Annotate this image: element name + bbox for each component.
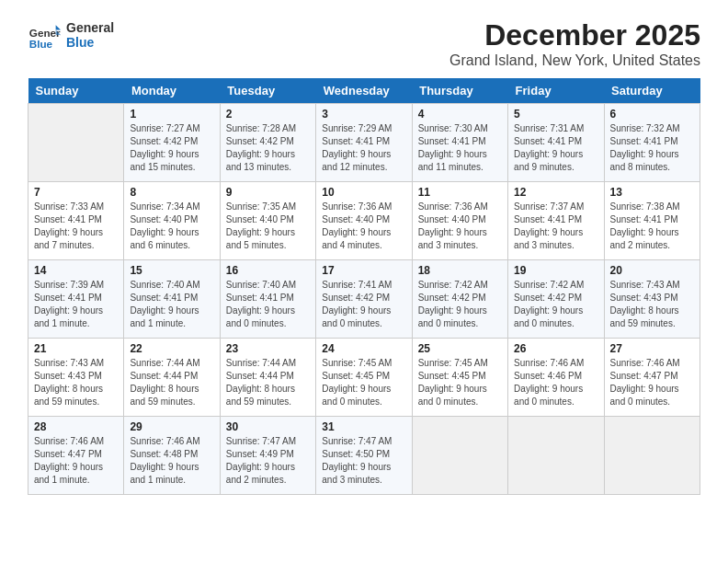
col-monday: Monday [124, 78, 220, 104]
day-info: Sunrise: 7:39 AMSunset: 4:41 PMDaylight:… [34, 280, 104, 328]
table-row: 9 Sunrise: 7:35 AMSunset: 4:40 PMDayligh… [220, 182, 315, 260]
calendar-week-row: 14 Sunrise: 7:39 AMSunset: 4:41 PMDaylig… [28, 260, 700, 339]
day-number: 17 [322, 264, 405, 277]
day-info: Sunrise: 7:47 AMSunset: 4:49 PMDaylight:… [226, 436, 296, 485]
table-row: 15 Sunrise: 7:40 AMSunset: 4:41 PMDaylig… [124, 260, 220, 339]
day-info: Sunrise: 7:42 AMSunset: 4:42 PMDaylight:… [514, 280, 584, 328]
day-number: 12 [514, 186, 597, 199]
day-number: 7 [34, 186, 118, 199]
table-row: 31 Sunrise: 7:47 AMSunset: 4:50 PMDaylig… [316, 417, 412, 495]
table-row: 5 Sunrise: 7:31 AMSunset: 4:41 PMDayligh… [508, 104, 604, 182]
svg-text:Blue: Blue [29, 38, 53, 50]
col-thursday: Thursday [412, 78, 507, 104]
day-number: 26 [514, 342, 597, 355]
calendar-week-row: 7 Sunrise: 7:33 AMSunset: 4:41 PMDayligh… [28, 182, 700, 260]
day-info: Sunrise: 7:36 AMSunset: 4:40 PMDaylight:… [322, 201, 392, 250]
day-number: 21 [34, 342, 118, 355]
calendar-week-row: 1 Sunrise: 7:27 AMSunset: 4:42 PMDayligh… [28, 104, 700, 182]
table-row: 13 Sunrise: 7:38 AMSunset: 4:41 PMDaylig… [604, 182, 700, 260]
day-info: Sunrise: 7:41 AMSunset: 4:42 PMDaylight:… [322, 280, 392, 328]
day-info: Sunrise: 7:46 AMSunset: 4:48 PMDaylight:… [130, 436, 199, 485]
day-info: Sunrise: 7:46 AMSunset: 4:46 PMDaylight:… [514, 358, 584, 407]
table-row: 23 Sunrise: 7:44 AMSunset: 4:44 PMDaylig… [220, 339, 315, 417]
day-info: Sunrise: 7:36 AMSunset: 4:40 PMDaylight:… [418, 201, 488, 250]
table-row: 28 Sunrise: 7:46 AMSunset: 4:47 PMDaylig… [28, 417, 124, 495]
day-number: 9 [226, 186, 310, 199]
table-row: 25 Sunrise: 7:45 AMSunset: 4:45 PMDaylig… [412, 339, 507, 417]
day-info: Sunrise: 7:40 AMSunset: 4:41 PMDaylight:… [226, 280, 296, 328]
table-row: 10 Sunrise: 7:36 AMSunset: 4:40 PMDaylig… [316, 182, 412, 260]
col-friday: Friday [508, 78, 604, 104]
day-info: Sunrise: 7:43 AMSunset: 4:43 PMDaylight:… [34, 358, 104, 407]
day-info: Sunrise: 7:31 AMSunset: 4:41 PMDaylight:… [514, 123, 584, 172]
day-info: Sunrise: 7:30 AMSunset: 4:41 PMDaylight:… [418, 123, 488, 172]
day-info: Sunrise: 7:37 AMSunset: 4:41 PMDaylight:… [514, 201, 584, 250]
table-row [604, 417, 700, 495]
day-info: Sunrise: 7:44 AMSunset: 4:44 PMDaylight:… [130, 358, 199, 407]
day-number: 27 [610, 342, 694, 355]
table-row: 11 Sunrise: 7:36 AMSunset: 4:40 PMDaylig… [412, 182, 507, 260]
page-header: General Blue General Blue December 2025 … [28, 18, 700, 69]
table-row: 27 Sunrise: 7:46 AMSunset: 4:47 PMDaylig… [604, 339, 700, 417]
day-info: Sunrise: 7:46 AMSunset: 4:47 PMDaylight:… [34, 436, 104, 485]
table-row: 12 Sunrise: 7:37 AMSunset: 4:41 PMDaylig… [508, 182, 604, 260]
col-tuesday: Tuesday [220, 78, 315, 104]
day-number: 5 [514, 108, 597, 121]
day-number: 2 [226, 108, 310, 121]
day-number: 19 [514, 264, 597, 277]
table-row: 30 Sunrise: 7:47 AMSunset: 4:49 PMDaylig… [220, 417, 315, 495]
day-number: 8 [130, 186, 213, 199]
table-row [508, 417, 604, 495]
calendar-table: Sunday Monday Tuesday Wednesday Thursday… [28, 78, 700, 495]
day-info: Sunrise: 7:34 AMSunset: 4:40 PMDaylight:… [130, 201, 199, 250]
day-number: 15 [130, 264, 213, 277]
day-number: 29 [130, 420, 213, 433]
logo-general-text: General [66, 20, 114, 35]
day-number: 6 [610, 108, 694, 121]
day-info: Sunrise: 7:43 AMSunset: 4:43 PMDaylight:… [610, 280, 680, 328]
day-number: 24 [322, 342, 405, 355]
table-row: 20 Sunrise: 7:43 AMSunset: 4:43 PMDaylig… [604, 260, 700, 339]
logo-blue-text: Blue [66, 35, 114, 50]
day-number: 11 [418, 186, 502, 199]
table-row: 19 Sunrise: 7:42 AMSunset: 4:42 PMDaylig… [508, 260, 604, 339]
day-info: Sunrise: 7:42 AMSunset: 4:42 PMDaylight:… [418, 280, 488, 328]
day-info: Sunrise: 7:45 AMSunset: 4:45 PMDaylight:… [418, 358, 488, 407]
day-number: 22 [130, 342, 213, 355]
day-info: Sunrise: 7:27 AMSunset: 4:42 PMDaylight:… [130, 123, 199, 172]
table-row: 7 Sunrise: 7:33 AMSunset: 4:41 PMDayligh… [28, 182, 124, 260]
day-info: Sunrise: 7:44 AMSunset: 4:44 PMDaylight:… [226, 358, 296, 407]
day-number: 23 [226, 342, 310, 355]
day-info: Sunrise: 7:35 AMSunset: 4:40 PMDaylight:… [226, 201, 296, 250]
day-info: Sunrise: 7:29 AMSunset: 4:41 PMDaylight:… [322, 123, 392, 172]
day-number: 31 [322, 420, 405, 433]
col-wednesday: Wednesday [316, 78, 412, 104]
table-row: 3 Sunrise: 7:29 AMSunset: 4:41 PMDayligh… [316, 104, 412, 182]
day-info: Sunrise: 7:45 AMSunset: 4:45 PMDaylight:… [322, 358, 392, 407]
table-row: 24 Sunrise: 7:45 AMSunset: 4:45 PMDaylig… [316, 339, 412, 417]
day-number: 13 [610, 186, 694, 199]
day-info: Sunrise: 7:46 AMSunset: 4:47 PMDaylight:… [610, 358, 680, 407]
logo-icon: General Blue [28, 18, 61, 52]
logo: General Blue General Blue [28, 18, 114, 52]
day-number: 1 [130, 108, 213, 121]
day-info: Sunrise: 7:47 AMSunset: 4:50 PMDaylight:… [322, 436, 392, 485]
day-number: 30 [226, 420, 310, 433]
col-sunday: Sunday [28, 78, 124, 104]
day-number: 4 [418, 108, 502, 121]
col-saturday: Saturday [604, 78, 700, 104]
day-info: Sunrise: 7:28 AMSunset: 4:42 PMDaylight:… [226, 123, 296, 172]
day-info: Sunrise: 7:40 AMSunset: 4:41 PMDaylight:… [130, 280, 199, 328]
page-subtitle: Grand Island, New York, United States [449, 52, 700, 69]
day-info: Sunrise: 7:38 AMSunset: 4:41 PMDaylight:… [610, 201, 680, 250]
day-info: Sunrise: 7:33 AMSunset: 4:41 PMDaylight:… [34, 201, 104, 250]
day-number: 28 [34, 420, 118, 433]
day-number: 14 [34, 264, 118, 277]
table-row: 6 Sunrise: 7:32 AMSunset: 4:41 PMDayligh… [604, 104, 700, 182]
day-number: 16 [226, 264, 310, 277]
table-row: 29 Sunrise: 7:46 AMSunset: 4:48 PMDaylig… [124, 417, 220, 495]
table-row: 18 Sunrise: 7:42 AMSunset: 4:42 PMDaylig… [412, 260, 507, 339]
calendar-week-row: 28 Sunrise: 7:46 AMSunset: 4:47 PMDaylig… [28, 417, 700, 495]
table-row: 21 Sunrise: 7:43 AMSunset: 4:43 PMDaylig… [28, 339, 124, 417]
table-row: 26 Sunrise: 7:46 AMSunset: 4:46 PMDaylig… [508, 339, 604, 417]
